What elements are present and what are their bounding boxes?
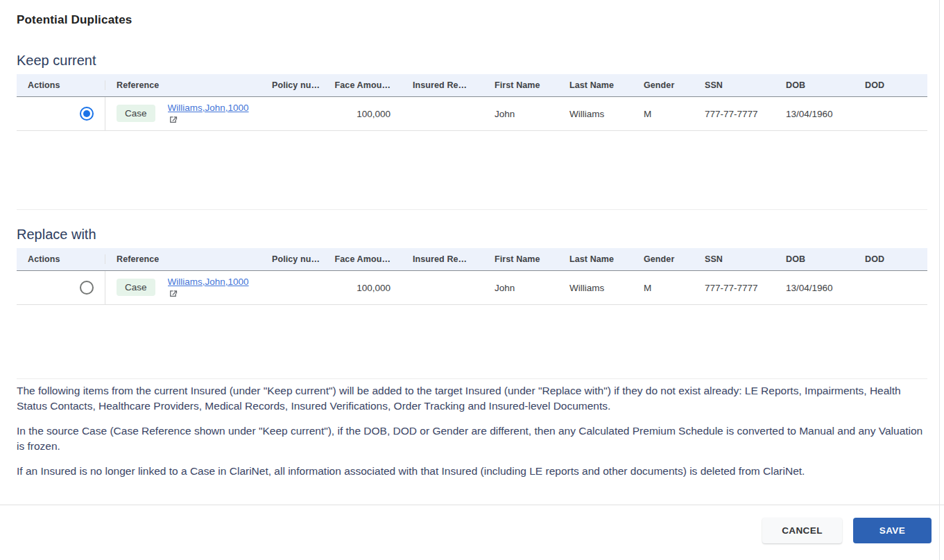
first-name-cell: John [483, 271, 558, 304]
column-header-policy-number: Policy nu… [261, 80, 321, 90]
cancel-button[interactable]: CANCEL [762, 518, 842, 543]
column-header-first-name: First Name [483, 80, 558, 90]
ssn-cell: 777-77-7777 [694, 271, 775, 304]
dob-cell: 13/04/1960 [775, 97, 854, 130]
policy-number-cell [261, 97, 321, 130]
case-reference-link[interactable]: Williams,John,1000 [168, 103, 249, 114]
column-header-actions: Actions [17, 254, 105, 264]
gender-cell: M [633, 271, 694, 304]
case-reference-link[interactable]: Williams,John,1000 [168, 277, 249, 288]
keep-current-radio[interactable] [80, 107, 94, 121]
note-merge-items: The following items from the current Ins… [17, 383, 927, 414]
viewport-right-edge [939, 0, 940, 560]
table-header-row: Actions Reference Policy nu… Face Amou… … [17, 74, 927, 97]
replace-with-table: Actions Reference Policy nu… Face Amou… … [17, 248, 927, 379]
footer-action-bar: CANCEL SAVE [0, 518, 944, 543]
save-button[interactable]: SAVE [853, 518, 932, 543]
gender-cell: M [633, 97, 694, 130]
column-header-first-name: First Name [483, 254, 558, 264]
column-header-ssn: SSN [694, 254, 775, 264]
insured-reference-cell [402, 271, 483, 304]
reference-cell: Case Williams,John,1000 [105, 271, 261, 304]
last-name-cell: Williams [558, 271, 633, 304]
column-header-dod: DOD [854, 80, 927, 90]
column-header-last-name: Last Name [558, 80, 633, 90]
column-header-policy-number: Policy nu… [261, 254, 321, 264]
explanatory-notes: The following items from the current Ins… [17, 383, 927, 479]
column-header-actions: Actions [17, 80, 105, 90]
replace-with-heading: Replace with [17, 227, 927, 243]
potential-duplicates-dialog: Potential Duplicates Keep current Action… [0, 0, 944, 560]
column-header-reference: Reference [105, 254, 261, 264]
column-header-last-name: Last Name [558, 254, 633, 264]
open-in-new-icon[interactable] [168, 114, 178, 125]
reference-cell: Case Williams,John,1000 [105, 97, 261, 130]
column-header-dob: DOB [775, 254, 854, 264]
column-header-insured-reference: Insured Re… [402, 254, 483, 264]
face-amount-cell: 100,000 [321, 271, 402, 304]
actions-cell [17, 271, 105, 304]
replace-with-radio[interactable] [80, 281, 94, 295]
case-badge: Case [117, 105, 155, 122]
note-unlinked-insured: If an Insured is no longer linked to a C… [17, 464, 927, 479]
dob-cell: 13/04/1960 [775, 271, 854, 304]
table-empty-area [17, 131, 927, 210]
table-header-row: Actions Reference Policy nu… Face Amou… … [17, 248, 927, 271]
first-name-cell: John [483, 97, 558, 130]
footer-divider [0, 505, 944, 505]
column-header-dob: DOB [775, 80, 854, 90]
column-header-face-amount: Face Amou… [321, 80, 402, 90]
actions-cell [17, 97, 105, 130]
replace-with-row: Case Williams,John,1000 100,000 John Wil… [17, 271, 927, 305]
dod-cell [854, 271, 927, 304]
column-header-face-amount: Face Amou… [321, 254, 402, 264]
last-name-cell: Williams [558, 97, 633, 130]
keep-current-row: Case Williams,John,1000 100,000 John Wil… [17, 97, 927, 131]
column-header-insured-reference: Insured Re… [402, 80, 483, 90]
note-source-case: In the source Case (Case Reference shown… [17, 423, 927, 454]
face-amount-cell: 100,000 [321, 97, 402, 130]
column-header-ssn: SSN [694, 80, 775, 90]
ssn-cell: 777-77-7777 [694, 97, 775, 130]
column-header-gender: Gender [633, 80, 694, 90]
dod-cell [854, 97, 927, 130]
page-title: Potential Duplicates [17, 13, 927, 27]
insured-reference-cell [402, 97, 483, 130]
keep-current-table: Actions Reference Policy nu… Face Amou… … [17, 74, 927, 210]
policy-number-cell [261, 271, 321, 304]
keep-current-heading: Keep current [17, 53, 927, 69]
column-header-dod: DOD [854, 254, 927, 264]
column-header-gender: Gender [633, 254, 694, 264]
case-badge: Case [117, 279, 155, 296]
table-empty-area [17, 305, 927, 379]
open-in-new-icon[interactable] [168, 288, 178, 299]
column-header-reference: Reference [105, 80, 261, 90]
